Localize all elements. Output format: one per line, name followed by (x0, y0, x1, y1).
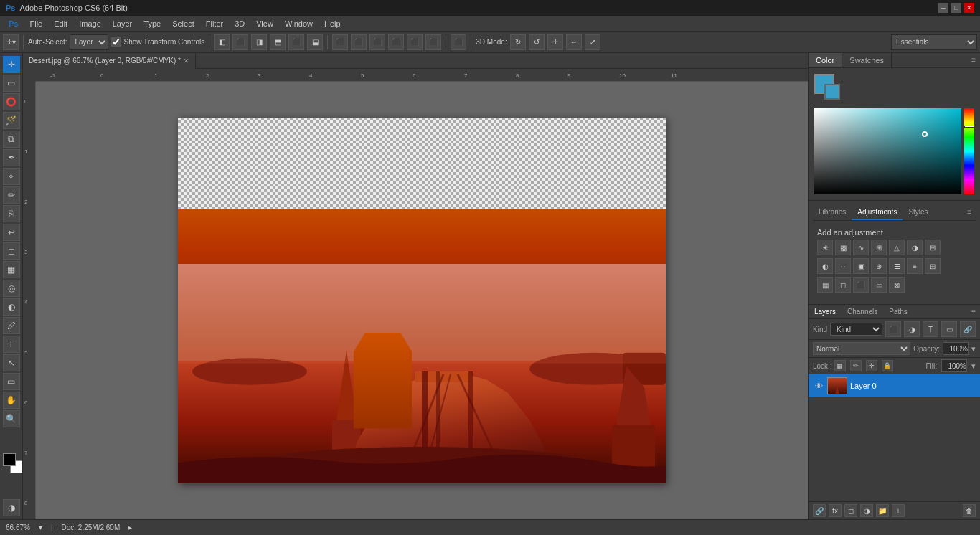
path-select-tool[interactable]: ↖ (3, 354, 20, 371)
color-tab[interactable]: Color (809, 53, 842, 67)
dist-top-btn[interactable]: ⬛ (388, 34, 404, 50)
brush-tool[interactable]: ✏ (3, 186, 20, 204)
fill-input[interactable] (941, 359, 967, 372)
lock-transparent-btn[interactable]: ▦ (834, 360, 846, 371)
channelmixer-adj[interactable]: ▣ (853, 258, 869, 274)
levels-adj[interactable]: ▩ (835, 240, 851, 255)
solidcolor-adj[interactable]: ⬛ (853, 277, 869, 293)
layer-0-item[interactable]: 👁 Layer 0 (809, 374, 980, 397)
layer-filter-adj[interactable]: ◑ (904, 321, 920, 337)
photofilter-adj[interactable]: ↔ (835, 258, 851, 274)
new-group-btn[interactable]: 📁 (876, 504, 889, 517)
tab-close-btn[interactable]: ✕ (184, 57, 189, 65)
shape-tool[interactable]: ▭ (3, 373, 20, 390)
document-tab[interactable]: Desert.jpg @ 66.7% (Layer 0, RGB/8#/CMYK… (23, 53, 196, 69)
align-center-v-btn[interactable]: ⬛ (288, 34, 304, 50)
3d-slide-btn[interactable]: ↔ (566, 34, 582, 50)
fg-color-swatch[interactable] (3, 453, 16, 466)
align-bottom-btn[interactable]: ⬓ (307, 34, 323, 50)
menu-help[interactable]: Help (319, 18, 347, 29)
dodge-tool[interactable]: ◐ (3, 298, 20, 316)
clone-tool[interactable]: ⎘ (3, 205, 20, 222)
new-adj-layer-btn[interactable]: ◑ (860, 504, 873, 517)
menu-edit[interactable]: Edit (48, 18, 73, 29)
align-top-btn[interactable]: ⬒ (270, 34, 286, 50)
layer-filter-pixel[interactable]: ⬛ (885, 321, 901, 337)
quick-mask-btn[interactable]: ◑ (3, 499, 20, 516)
gradient-adj[interactable]: ▭ (871, 277, 887, 293)
menu-filter[interactable]: Filter (200, 18, 229, 29)
kind-dropdown[interactable]: Kind Name Effect (830, 323, 882, 336)
3d-roll-btn[interactable]: ↺ (529, 34, 545, 50)
color-gradient[interactable] (814, 108, 974, 194)
blur-tool[interactable]: ◎ (3, 280, 20, 297)
gradient-tool[interactable]: ▦ (3, 261, 20, 278)
menu-layer[interactable]: Layer (107, 18, 138, 29)
threshold-adj[interactable]: ⊞ (925, 258, 941, 274)
layer-filter-smart[interactable]: 🔗 (960, 321, 976, 337)
colorbalance-adj[interactable]: ⊟ (925, 240, 941, 255)
menu-3d[interactable]: 3D (229, 18, 250, 29)
delete-layer-btn[interactable]: 🗑 (963, 504, 976, 517)
close-button[interactable]: ✕ (964, 3, 974, 13)
channels-tab[interactable]: Channels (842, 305, 883, 318)
quick-select-tool[interactable]: 🪄 (3, 112, 20, 129)
heal-tool[interactable]: ⌖ (3, 168, 20, 185)
pen-tool[interactable]: 🖊 (3, 317, 20, 334)
hsl-adj[interactable]: ◑ (907, 240, 923, 255)
align-left-btn[interactable]: ◧ (214, 34, 230, 50)
add-mask-btn[interactable]: ◻ (844, 504, 857, 517)
opacity-input[interactable] (943, 342, 969, 355)
vibrance-adj[interactable]: △ (889, 240, 905, 255)
opacity-arrow[interactable]: ▾ (971, 344, 976, 354)
exposure-adj[interactable]: ⊞ (871, 240, 887, 255)
history-brush-tool[interactable]: ↩ (3, 224, 20, 241)
doc-info-arrow[interactable]: ▸ (128, 524, 132, 531)
gradient-hue[interactable] (964, 108, 974, 194)
gradient-main[interactable] (814, 108, 961, 194)
curves-adj[interactable]: ∿ (853, 240, 869, 255)
menu-select[interactable]: Select (166, 18, 200, 29)
menu-view[interactable]: View (250, 18, 279, 29)
layers-tab[interactable]: Layers (809, 305, 842, 318)
blend-mode-dropdown[interactable]: Normal Multiply Screen Overlay (813, 342, 910, 355)
eraser-tool[interactable]: ◻ (3, 242, 20, 260)
add-style-btn[interactable]: fx (829, 504, 842, 517)
brightness-adj[interactable]: ☀ (817, 240, 833, 255)
zoom-icon[interactable]: ▾ (39, 524, 42, 531)
pattern-adj[interactable]: ⊠ (889, 277, 905, 293)
menu-ps[interactable]: Ps (3, 18, 24, 29)
minimize-button[interactable]: ─ (938, 3, 948, 13)
canvas-scroll[interactable] (36, 82, 808, 519)
menu-image[interactable]: Image (73, 18, 107, 29)
menu-type[interactable]: Type (138, 18, 166, 29)
align-center-h-btn[interactable]: ⬛ (232, 34, 248, 50)
dist-left-btn[interactable]: ⬛ (332, 34, 348, 50)
maximize-button[interactable]: □ (951, 3, 961, 13)
show-transform-checkbox[interactable] (111, 37, 121, 47)
bw-adj[interactable]: ◐ (817, 258, 833, 274)
adj-panel-collapse[interactable]: ≡ (963, 205, 976, 220)
zoom-tool[interactable]: 🔍 (3, 410, 20, 427)
hand-tool[interactable]: ✋ (3, 392, 20, 409)
eyedropper-tool[interactable]: ✒ (3, 149, 20, 166)
lock-image-btn[interactable]: ✏ (850, 360, 862, 371)
paths-tab[interactable]: Paths (883, 305, 913, 318)
lasso-tool[interactable]: ⭕ (3, 93, 20, 110)
dist-right-btn[interactable]: ⬛ (369, 34, 385, 50)
workspace-dropdown[interactable]: Essentials Design Painting (891, 34, 977, 50)
3d-pan-btn[interactable]: ✛ (547, 34, 563, 50)
3d-scale-btn[interactable]: ⤢ (585, 34, 600, 50)
fill-arrow[interactable]: ▾ (971, 361, 976, 371)
link-layers-btn[interactable]: 🔗 (813, 504, 826, 517)
lock-position-btn[interactable]: ✛ (866, 360, 877, 371)
move-tool[interactable]: ✛ (3, 56, 20, 73)
selectivecolor-adj[interactable]: ◻ (835, 277, 851, 293)
dist-v-btn[interactable]: ⬛ (407, 34, 423, 50)
adjustments-tab[interactable]: Adjustments (852, 205, 903, 220)
invert-adj[interactable]: ☰ (889, 258, 905, 274)
bg-color-preview[interactable] (824, 84, 840, 100)
marquee-tool[interactable]: ▭ (3, 75, 20, 92)
crop-tool[interactable]: ⧉ (3, 131, 20, 148)
gradmap-adj[interactable]: ▦ (817, 277, 833, 293)
